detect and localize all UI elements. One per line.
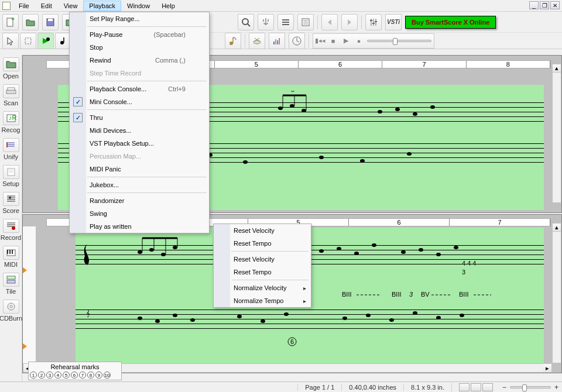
sidebar-open[interactable]: Open <box>1 56 21 81</box>
play-button[interactable]: ▶ <box>341 36 351 46</box>
drum-tool-button[interactable] <box>249 33 265 49</box>
rehearsal-mark-10[interactable]: 10 <box>104 372 111 379</box>
pan-button[interactable] <box>258 14 274 30</box>
context-item-reset-velocity[interactable]: Reset Velocity <box>214 224 311 237</box>
rehearsal-mark-2[interactable]: 2 <box>38 372 45 379</box>
menu-item-play-as-written[interactable]: Play as written <box>70 220 209 233</box>
open-folder-button[interactable] <box>22 14 39 30</box>
zoom-out-button[interactable]: − <box>502 383 506 391</box>
svg-rect-36 <box>8 88 15 90</box>
svg-text:BIII: BIII <box>392 291 402 298</box>
menu-help[interactable]: Help <box>156 1 181 11</box>
rehearsal-mark-4[interactable]: 4 <box>54 372 61 379</box>
menu-playback[interactable]: Playback <box>83 1 121 11</box>
svg-rect-2 <box>47 19 54 26</box>
mixer-button[interactable] <box>365 14 382 30</box>
menu-item-mini-console[interactable]: Mini Console...✓ <box>70 95 209 108</box>
context-item-normalize-tempo[interactable]: Normalize Tempo▸ <box>214 294 311 307</box>
svg-point-53 <box>12 226 15 230</box>
sidebar-tile[interactable]: Tile <box>1 271 21 296</box>
rehearsal-mark-3[interactable]: 3 <box>46 372 53 379</box>
position-slider[interactable] <box>367 40 431 42</box>
record-button[interactable]: ● <box>354 36 364 46</box>
prev-page-button[interactable] <box>321 14 338 30</box>
menu-item-set-play-range[interactable]: Set Play Range... <box>70 12 209 25</box>
stop-button[interactable]: ■ <box>328 36 338 46</box>
menu-item-playback-console[interactable]: Playback Console...Ctrl+9 <box>70 82 209 95</box>
rehearsal-mark-9[interactable]: 9 <box>95 372 102 379</box>
menu-item-vst-playback-setup[interactable]: VST Playback Setup... <box>70 137 209 150</box>
selection-arrow-button[interactable] <box>2 33 19 49</box>
sidebar-unify[interactable]: Unify <box>1 137 21 161</box>
new-document-button[interactable]: + <box>2 14 19 30</box>
svg-rect-16 <box>370 20 372 21</box>
sidebar-cdburn[interactable]: CDBurn <box>1 298 21 323</box>
close-button[interactable]: ✕ <box>550 1 560 9</box>
view-mode-3-button[interactable] <box>482 383 493 391</box>
vst-button[interactable]: VSTi <box>385 14 402 30</box>
margin-column <box>23 226 36 363</box>
svg-rect-54 <box>7 250 15 256</box>
sidebar-recog[interactable]: ♪RRecog <box>1 110 21 135</box>
scroll-up-icon[interactable]: ▴ <box>553 223 561 232</box>
context-item-normalize-velocity[interactable]: Normalize Velocity▸ <box>214 281 311 294</box>
tempo-button[interactable] <box>289 33 305 49</box>
menu-edit[interactable]: Edit <box>35 1 58 11</box>
zoom-button[interactable] <box>238 14 254 30</box>
menu-file[interactable]: File <box>13 1 35 11</box>
menu-item-stop[interactable]: Stop <box>70 41 209 54</box>
rehearsal-mark-1[interactable]: 1 <box>30 372 37 379</box>
menu-separator <box>87 177 207 177</box>
sidebar-score[interactable]: Score <box>1 191 21 215</box>
rehearsal-mark-6[interactable]: 6 <box>71 372 78 379</box>
menu-window[interactable]: Window <box>121 1 156 11</box>
music-note-tool-button[interactable] <box>225 33 241 49</box>
menu-item-swing[interactable]: Swing <box>70 207 209 220</box>
scroll-up-icon[interactable]: ▴ <box>553 64 561 73</box>
svg-point-49 <box>9 197 11 199</box>
scroll-right-icon[interactable]: ▸ <box>543 364 551 372</box>
view-mode-2-button[interactable] <box>471 383 481 391</box>
rehearsal-mark-7[interactable]: 7 <box>79 372 86 379</box>
rewind-start-button[interactable]: ▮◂◂ <box>316 36 325 46</box>
view-mode-1-button[interactable] <box>459 383 470 391</box>
save-button[interactable] <box>42 14 59 30</box>
sidebar-setup[interactable]: Setup <box>1 164 21 188</box>
vertical-scrollbar[interactable]: ▴ <box>552 64 561 203</box>
menu-view[interactable]: View <box>58 1 84 11</box>
context-item-reset-tempo[interactable]: Reset Tempo <box>214 266 311 278</box>
next-page-button[interactable] <box>341 14 358 30</box>
marquee-select-button[interactable] <box>20 33 36 49</box>
menu-item-jukebox[interactable]: Jukebox... <box>70 178 209 191</box>
svg-rect-7 <box>282 22 289 23</box>
restore-button[interactable]: ❐ <box>540 1 549 9</box>
zoom-in-button[interactable]: + <box>554 383 558 391</box>
sidebar-scan[interactable]: Scan <box>1 83 21 108</box>
menu-item-thru[interactable]: Thru✓ <box>70 111 209 124</box>
document-icon <box>2 2 11 10</box>
sidebar-record[interactable]: Record <box>1 218 21 242</box>
rehearsal-mark-8[interactable]: 8 <box>87 372 94 379</box>
equalizer-button[interactable] <box>269 33 285 49</box>
rehearsal-marks-panel[interactable]: Rehearsal marks 12345678910 <box>28 362 122 380</box>
minimize-button[interactable]: _ <box>529 1 539 9</box>
svg-rect-6 <box>282 19 289 20</box>
check-icon: ✓ <box>73 97 83 106</box>
menu-item-randomizer[interactable]: Randomizer <box>70 194 209 207</box>
menu-item-play-pause[interactable]: Play-Pause(Spacebar) <box>70 28 209 41</box>
context-item-reset-tempo[interactable]: Reset Tempo <box>214 237 311 250</box>
folder-open-icon <box>3 57 19 71</box>
rehearsal-mark-5[interactable]: 5 <box>63 372 70 379</box>
menu-item-rewind[interactable]: RewindComma (,) <box>70 54 209 67</box>
view-list-button[interactable] <box>277 14 294 30</box>
vertical-scrollbar[interactable]: ▴ <box>552 223 561 363</box>
insert-note-button[interactable] <box>37 33 54 49</box>
context-item-reset-velocity[interactable]: Reset Velocity <box>214 253 311 266</box>
menu-item-midi-devices[interactable]: Midi Devices... <box>70 124 209 137</box>
zoom-slider[interactable] <box>510 386 551 388</box>
buy-online-banner[interactable]: Buy SmartScore X Online <box>405 16 496 29</box>
sidebar-midi[interactable]: MIDI <box>1 245 21 269</box>
view-page-button[interactable] <box>297 14 314 30</box>
menu-item-midi-panic[interactable]: MIDI Panic <box>70 163 209 176</box>
svg-rect-3 <box>48 19 53 21</box>
